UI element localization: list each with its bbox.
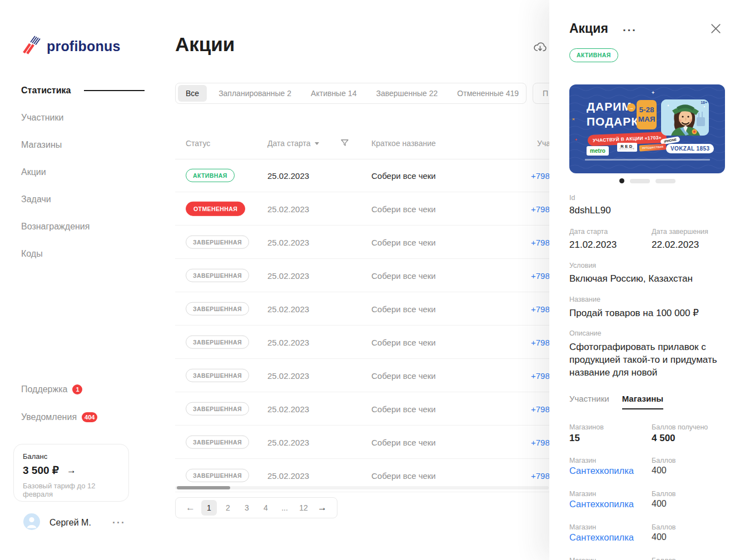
sidebar-item-label: Магазины — [21, 140, 62, 150]
carousel-dot[interactable] — [630, 179, 650, 183]
arrow-circle-icon: → — [627, 103, 635, 112]
promo-banner-image[interactable]: + × + ДАРИМ → ПОДАРКИ 5-28МАЯ УЧАСТВУЙ В… — [569, 84, 725, 173]
sort-caret-icon[interactable] — [315, 142, 319, 145]
status-cell: АКТИВНАЯ — [186, 168, 235, 182]
sparkle-icon: + — [575, 138, 577, 142]
start-date-cell: 25.02.2023 — [267, 304, 309, 313]
status-cell: ЗАВЕРШЕННАЯ — [186, 268, 249, 282]
table-row[interactable]: ЗАВЕРШЕННАЯ25.02.2023Собери все чеки+798 — [175, 426, 553, 459]
participant-phone-link[interactable]: +798 — [531, 204, 550, 213]
close-icon[interactable] — [709, 22, 722, 37]
sidebar-item-4[interactable]: Задачи — [21, 193, 145, 206]
horizontal-scrollbar-thumb[interactable] — [177, 486, 230, 489]
notifications-label: Уведомления — [21, 412, 77, 422]
horizontal-scrollbar-track[interactable] — [175, 486, 549, 489]
start-date-cell: 25.02.2023 — [267, 204, 309, 213]
sidebar-item-notifications[interactable]: Уведомления 404 — [21, 412, 97, 422]
page-list: 1234...12 — [200, 500, 313, 516]
logo[interactable]: profibonus — [21, 36, 121, 57]
page-button-4[interactable]: 4 — [258, 500, 274, 516]
sidebar-item-3[interactable]: Акции — [21, 166, 145, 178]
points-total-value: 4 500 — [652, 433, 676, 444]
participant-phone-link[interactable]: +798 — [531, 271, 550, 280]
sidebar-item-5[interactable]: Вознаграждения — [21, 221, 145, 233]
participant-phone-link[interactable]: +798 — [531, 437, 550, 447]
id-label: Id — [569, 194, 575, 202]
status-badge: АКТИВНАЯ — [186, 168, 235, 182]
table-row[interactable]: ЗАВЕРШЕННАЯ25.02.2023Собери все чеки+798 — [175, 392, 553, 426]
page-button-...[interactable]: ... — [277, 500, 292, 516]
participant-phone-link[interactable]: +798 — [531, 371, 550, 380]
panel-tab-1[interactable]: Магазины — [622, 394, 663, 409]
filter-tab-3[interactable]: Завершенные 22 — [368, 85, 445, 102]
table-row[interactable]: ЗАВЕРШЕННАЯ25.02.2023Собери все чеки+798 — [175, 259, 553, 292]
shop-points: 400 — [652, 499, 667, 509]
carousel-dot[interactable] — [655, 179, 676, 183]
participant-phone-link[interactable]: +798 — [531, 171, 550, 180]
page-button-12[interactable]: 12 — [296, 500, 311, 516]
sidebar-item-label: Участники — [21, 113, 63, 123]
sidebar-item-0[interactable]: Статистика — [21, 84, 145, 97]
column-short-name: Краткое название — [371, 139, 436, 148]
shop-link[interactable]: Сантехкопилка — [569, 499, 634, 509]
page-title: Акции — [175, 33, 235, 56]
shop-points: 400 — [652, 532, 667, 542]
page-button-3[interactable]: 3 — [239, 500, 255, 516]
balance-amount: 3 500 ₽ — [23, 464, 59, 477]
arrow-right-icon[interactable]: → — [67, 465, 76, 476]
filter-tab-4[interactable]: Отмененные 419 — [449, 85, 527, 102]
name-label: Название — [569, 296, 600, 303]
sidebar-item-1[interactable]: Участники — [21, 112, 145, 124]
status-cell: ЗАВЕРШЕННАЯ — [186, 235, 249, 249]
sidebar-item-6[interactable]: Коды — [21, 248, 145, 260]
shop-row: МагазинБалловСантехкопилка400 — [569, 523, 725, 547]
user-profile[interactable]: Сергей М. ··· — [23, 513, 126, 532]
participant-phone-link[interactable]: +798 — [531, 337, 550, 347]
table-row[interactable]: ОТМЕНЕННАЯ25.02.2023Собери все чеки+798 — [175, 192, 553, 226]
export-download-icon[interactable] — [533, 40, 548, 57]
table-row[interactable]: АКТИВНАЯ25.02.2023Собери все чеки+798 — [175, 159, 553, 192]
sidebar-item-2[interactable]: Магазины — [21, 139, 145, 151]
sparkle-icon: + — [652, 90, 654, 96]
shop-link[interactable]: Сантехкопилка — [569, 532, 634, 543]
next-page-arrow-icon[interactable]: → — [313, 502, 331, 513]
table-header: Статус Дата старта Краткое название Уча — [175, 133, 553, 159]
start-date-cell: 25.02.2023 — [267, 404, 309, 413]
balance-note: Базовый тариф до 12 февраля — [23, 482, 120, 498]
shop-link[interactable]: Сантехкопилка — [569, 466, 634, 476]
start-date-cell: 25.02.2023 — [267, 271, 309, 280]
ellipsis-menu-icon[interactable]: ··· — [112, 517, 126, 529]
status-cell: ЗАВЕРШЕННАЯ — [186, 335, 249, 349]
filter-tab-1[interactable]: Запланированные 2 — [211, 85, 299, 102]
table-row[interactable]: ЗАВЕРШЕННАЯ25.02.2023Собери все чеки+798 — [175, 359, 553, 392]
page-button-2[interactable]: 2 — [220, 500, 236, 516]
status-cell: ЗАВЕРШЕННАЯ — [186, 468, 249, 482]
page-button-1[interactable]: 1 — [201, 500, 217, 516]
prev-page-arrow-icon[interactable]: ← — [181, 502, 200, 513]
filter-tab-0[interactable]: Все — [178, 85, 207, 102]
table-row[interactable]: ЗАВЕРШЕННАЯ25.02.2023Собери все чеки+798 — [175, 326, 553, 359]
start-date-label: Дата старта — [569, 228, 608, 236]
ellipsis-menu-icon[interactable]: ··· — [623, 23, 637, 37]
red-solution-logo: REDSOLUTION — [617, 143, 637, 152]
table-row[interactable]: ЗАВЕРШЕННАЯ25.02.2023Собери все чеки+798 — [175, 292, 553, 326]
column-start-date[interactable]: Дата старта — [267, 139, 319, 148]
carousel-dot-active[interactable] — [619, 178, 624, 183]
table-row[interactable]: ЗАВЕРШЕННАЯ25.02.2023Собери все чеки+798 — [175, 226, 553, 259]
sidebar-nav: СтатистикаУчастникиМагазиныАкцииЗадачиВо… — [21, 84, 145, 275]
sidebar-item-label: Акции — [21, 167, 46, 177]
sidebar-item-support[interactable]: Поддержка 1 — [21, 384, 82, 394]
status-filter-tabs: ВсеЗапланированные 2Активные 14Завершенн… — [175, 83, 527, 104]
shop-points-label: Баллов — [652, 523, 676, 531]
participant-phone-link[interactable]: +798 — [531, 471, 550, 480]
logo-text: profibonus — [47, 38, 121, 54]
sidebar-item-label: Коды — [21, 249, 43, 259]
filter-funnel-icon[interactable] — [340, 138, 350, 150]
balance-card[interactable]: Баланс 3 500 ₽ → Базовый тариф до 12 фев… — [13, 444, 129, 502]
participant-phone-link[interactable]: +798 — [531, 304, 550, 313]
conditions-value: Включая Россию, Казахстан — [569, 273, 693, 284]
filter-tab-2[interactable]: Активные 14 — [303, 85, 364, 102]
participant-phone-link[interactable]: +798 — [531, 237, 550, 247]
panel-tab-0[interactable]: Участники — [569, 394, 609, 409]
participant-phone-link[interactable]: +798 — [531, 404, 550, 413]
